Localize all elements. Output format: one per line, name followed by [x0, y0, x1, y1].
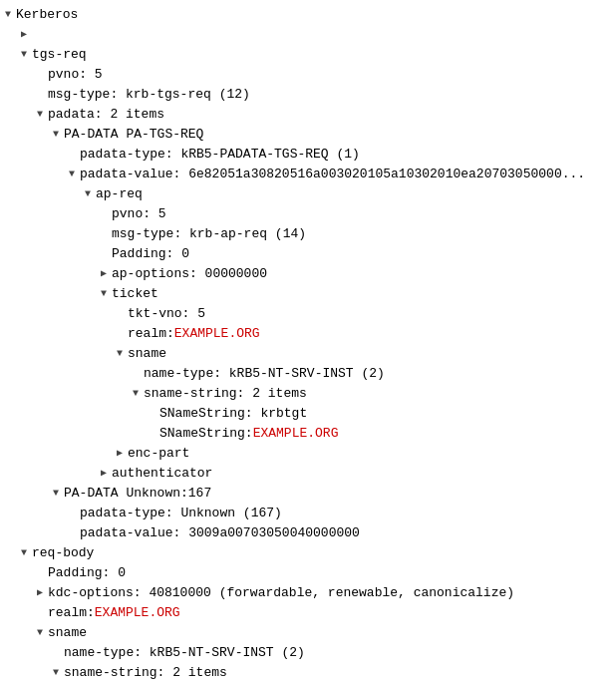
- ap-options-line[interactable]: ▶ ap-options: 00000000: [0, 263, 616, 283]
- pa-data-unknown-line[interactable]: ▼ PA-DATA Unknown:167: [0, 483, 616, 503]
- padata-label: padata: 2 items: [48, 107, 164, 122]
- sname-label: sname: [128, 346, 166, 361]
- req-realm-key: realm:: [48, 605, 95, 620]
- name-type-label: name-type: kRB5-NT-SRV-INST (2): [144, 366, 385, 381]
- req-body-arrow[interactable]: ▼: [16, 547, 32, 558]
- padata-line[interactable]: ▼ padata: 2 items: [0, 104, 616, 124]
- root-node[interactable]: ▼ Kerberos: [0, 4, 616, 24]
- padata-type-label: padata-type: kRB5-PADATA-TGS-REQ (1): [80, 147, 360, 162]
- kdc-options-arrow[interactable]: ▶: [32, 586, 48, 598]
- ticket-line[interactable]: ▼ ticket: [0, 283, 616, 303]
- root-arrow[interactable]: ▼: [0, 9, 16, 20]
- req-realm-line: realm: EXAMPLE.ORG: [0, 602, 616, 622]
- realm-line: realm: EXAMPLE.ORG: [0, 323, 616, 343]
- padata-value-arrow[interactable]: ▼: [64, 169, 80, 179]
- pa-data-tgs-req-line[interactable]: ▼ PA-DATA PA-TGS-REQ: [0, 124, 616, 144]
- ticket-arrow[interactable]: ▼: [96, 288, 112, 299]
- packet-tree: ▼ Kerberos ▶ ▼ tgs-req pvno: 5 msg-type:…: [0, 0, 616, 683]
- ap-msg-type-line: msg-type: krb-ap-req (14): [0, 223, 616, 243]
- padata-value2-label: padata-value: 3009a00703050040000000: [80, 525, 360, 540]
- record-arrow[interactable]: ▶: [16, 28, 32, 40]
- tgs-req-arrow[interactable]: ▼: [16, 49, 32, 60]
- kdc-options-line[interactable]: ▶ kdc-options: 40810000 (forwardable, re…: [0, 582, 616, 602]
- sname-line[interactable]: ▼ sname: [0, 343, 616, 363]
- padata-arrow[interactable]: ▼: [32, 109, 48, 120]
- enc-part-arrow[interactable]: ▶: [112, 447, 128, 459]
- ap-padding-line: Padding: 0: [0, 243, 616, 263]
- ticket-label: ticket: [112, 286, 158, 301]
- req-body-line[interactable]: ▼ req-body: [0, 542, 616, 562]
- pa-data-tgs-req-label: PA-DATA PA-TGS-REQ: [64, 127, 203, 142]
- tgs-req-line[interactable]: ▼ tgs-req: [0, 44, 616, 64]
- sname-string-label: sname-string: 2 items: [144, 386, 307, 401]
- req-sname-arrow[interactable]: ▼: [32, 627, 48, 638]
- req-padding-label: Padding: 0: [48, 565, 126, 580]
- padata-value2-line: padata-value: 3009a00703050040000000: [0, 522, 616, 542]
- pvno-label: pvno: 5: [48, 67, 103, 82]
- req-sname-string-line[interactable]: ▼ sname-string: 2 items: [0, 662, 616, 682]
- kdc-options-label: kdc-options: 40810000 (forwardable, rene…: [48, 585, 514, 600]
- authenticator-line[interactable]: ▶ authenticator: [0, 463, 616, 483]
- tkt-vno-line: tkt-vno: 5: [0, 303, 616, 323]
- enc-part-label: enc-part: [128, 446, 189, 461]
- ap-options-label: ap-options: 00000000: [112, 266, 267, 281]
- req-padding-line: Padding: 0: [0, 562, 616, 582]
- authenticator-label: authenticator: [112, 466, 212, 481]
- ap-pvno-label: pvno: 5: [112, 206, 166, 221]
- sname-str1-line: SNameString: krbtgt: [0, 403, 616, 423]
- record-mark-line: ▶: [0, 24, 616, 44]
- req-sname-label: sname: [48, 625, 87, 640]
- enc-part-line[interactable]: ▶ enc-part: [0, 443, 616, 463]
- req-body-label: req-body: [32, 545, 94, 560]
- tkt-vno-label: tkt-vno: 5: [128, 306, 205, 321]
- padata-value-line[interactable]: ▼ padata-value: 6e82051a30820516a0030201…: [0, 164, 616, 183]
- root-label: Kerberos: [16, 7, 78, 22]
- ap-req-label: ap-req: [96, 186, 143, 201]
- sname-str2-value: EXAMPLE.ORG: [253, 426, 339, 441]
- authenticator-arrow[interactable]: ▶: [96, 467, 112, 479]
- padata-type2-line: padata-type: Unknown (167): [0, 503, 616, 522]
- ap-pvno-line: pvno: 5: [0, 203, 616, 223]
- sname-str1-label: SNameString: krbtgt: [159, 406, 307, 421]
- realm-key: realm:: [128, 326, 174, 341]
- req-name-type-line: name-type: kRB5-NT-SRV-INST (2): [0, 642, 616, 662]
- pvno-line: pvno: 5: [0, 64, 616, 84]
- ap-padding-label: Padding: 0: [112, 246, 189, 261]
- pa-data-tgs-req-arrow[interactable]: ▼: [48, 129, 64, 140]
- sname-str2-line: SNameString: EXAMPLE.ORG: [0, 423, 616, 443]
- msg-type-label: msg-type: krb-tgs-req (12): [48, 87, 250, 102]
- realm-value: EXAMPLE.ORG: [174, 326, 260, 341]
- sname-string-arrow[interactable]: ▼: [128, 388, 144, 399]
- req-realm-value: EXAMPLE.ORG: [95, 605, 180, 620]
- pa-data-unknown-arrow[interactable]: ▼: [48, 488, 64, 499]
- pa-data-unknown-label: PA-DATA Unknown:167: [64, 486, 211, 501]
- ap-req-arrow[interactable]: ▼: [80, 188, 96, 199]
- padata-type-line: padata-type: kRB5-PADATA-TGS-REQ (1): [0, 144, 616, 164]
- ap-req-line[interactable]: ▼ ap-req: [0, 183, 616, 203]
- sname-str2-key: SNameString:: [159, 426, 253, 441]
- padata-value-label: padata-value: 6e82051a30820516a003020105…: [80, 167, 585, 181]
- req-name-type-label: name-type: kRB5-NT-SRV-INST (2): [64, 645, 305, 660]
- name-type-line: name-type: kRB5-NT-SRV-INST (2): [0, 363, 616, 383]
- req-sname-string-label: sname-string: 2 items: [64, 665, 227, 680]
- ap-msg-type-label: msg-type: krb-ap-req (14): [112, 226, 306, 241]
- sname-string-line[interactable]: ▼ sname-string: 2 items: [0, 383, 616, 403]
- padata-type2-label: padata-type: Unknown (167): [80, 506, 282, 520]
- sname-arrow[interactable]: ▼: [112, 348, 128, 359]
- req-sname-line[interactable]: ▼ sname: [0, 622, 616, 642]
- msg-type-line: msg-type: krb-tgs-req (12): [0, 84, 616, 104]
- tgs-req-label: tgs-req: [32, 47, 87, 62]
- req-sname-string-arrow[interactable]: ▼: [48, 667, 64, 678]
- ap-options-arrow[interactable]: ▶: [96, 267, 112, 279]
